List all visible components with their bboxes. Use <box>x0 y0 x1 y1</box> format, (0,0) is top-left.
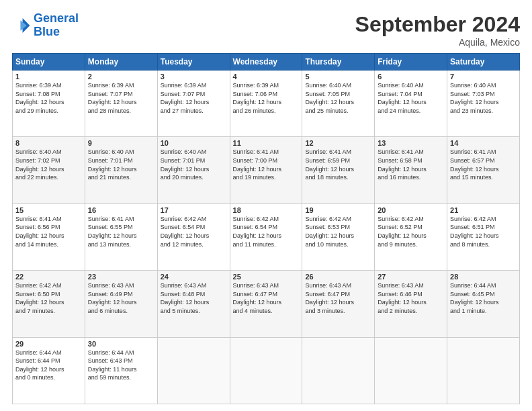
day-cell: 27Sunrise: 6:43 AMSunset: 6:46 PMDayligh… <box>375 271 447 337</box>
day-cell: 2Sunrise: 6:39 AMSunset: 7:07 PMDaylight… <box>85 71 157 137</box>
day-number: 25 <box>233 273 300 281</box>
day-cell: 12Sunrise: 6:41 AMSunset: 6:59 PMDayligh… <box>302 137 375 203</box>
day-cell: 9Sunrise: 6:40 AMSunset: 7:01 PMDaylight… <box>85 137 157 203</box>
day-cell: 8Sunrise: 6:40 AMSunset: 7:02 PMDaylight… <box>13 137 85 203</box>
day-cell: 14Sunrise: 6:41 AMSunset: 6:57 PMDayligh… <box>447 137 520 203</box>
day-number: 7 <box>450 73 517 81</box>
day-cell: 21Sunrise: 6:42 AMSunset: 6:51 PMDayligh… <box>447 203 520 270</box>
day-cell: 29Sunrise: 6:44 AMSunset: 6:44 PMDayligh… <box>13 337 85 404</box>
week-row-4: 29Sunrise: 6:44 AMSunset: 6:44 PMDayligh… <box>13 337 520 404</box>
day-number: 6 <box>378 73 444 81</box>
day-info: Sunrise: 6:41 AMSunset: 6:57 PMDaylight:… <box>450 148 517 181</box>
day-cell: 7Sunrise: 6:40 AMSunset: 7:03 PMDaylight… <box>447 71 520 137</box>
day-cell: 24Sunrise: 6:43 AMSunset: 6:48 PMDayligh… <box>157 271 230 337</box>
col-wednesday: Wednesday <box>230 54 302 71</box>
day-cell: 1Sunrise: 6:39 AMSunset: 7:08 PMDaylight… <box>13 71 85 137</box>
day-info: Sunrise: 6:44 AMSunset: 6:44 PMDaylight:… <box>15 349 82 382</box>
col-tuesday: Tuesday <box>157 54 230 71</box>
col-saturday: Saturday <box>447 54 520 71</box>
day-number: 22 <box>15 273 82 281</box>
day-info: Sunrise: 6:39 AMSunset: 7:07 PMDaylight:… <box>88 81 154 115</box>
day-info: Sunrise: 6:40 AMSunset: 7:02 PMDaylight:… <box>15 148 82 181</box>
day-info: Sunrise: 6:42 AMSunset: 6:50 PMDaylight:… <box>15 281 82 315</box>
day-info: Sunrise: 6:40 AMSunset: 7:03 PMDaylight:… <box>450 81 517 115</box>
day-number: 9 <box>88 139 154 147</box>
day-info: Sunrise: 6:40 AMSunset: 7:01 PMDaylight:… <box>161 148 227 181</box>
day-number: 2 <box>88 73 154 81</box>
week-row-2: 15Sunrise: 6:41 AMSunset: 6:56 PMDayligh… <box>13 203 520 270</box>
day-info: Sunrise: 6:39 AMSunset: 7:06 PMDaylight:… <box>233 81 300 115</box>
header-row: Sunday Monday Tuesday Wednesday Thursday… <box>13 54 520 71</box>
day-cell: 13Sunrise: 6:41 AMSunset: 6:58 PMDayligh… <box>375 137 447 203</box>
day-number: 15 <box>15 206 82 214</box>
day-info: Sunrise: 6:42 AMSunset: 6:54 PMDaylight:… <box>161 215 227 248</box>
day-info: Sunrise: 6:41 AMSunset: 6:56 PMDaylight:… <box>15 215 82 248</box>
day-cell: 10Sunrise: 6:40 AMSunset: 7:01 PMDayligh… <box>157 137 230 203</box>
day-number: 24 <box>161 273 227 281</box>
day-number: 21 <box>450 206 517 214</box>
day-cell: 18Sunrise: 6:42 AMSunset: 6:54 PMDayligh… <box>230 203 302 270</box>
day-cell: 26Sunrise: 6:43 AMSunset: 6:47 PMDayligh… <box>302 271 375 337</box>
day-info: Sunrise: 6:39 AMSunset: 7:07 PMDaylight:… <box>161 81 227 115</box>
logo-text: General Blue <box>34 12 79 39</box>
day-info: Sunrise: 6:39 AMSunset: 7:08 PMDaylight:… <box>15 81 82 115</box>
day-number: 12 <box>305 139 371 147</box>
day-number: 17 <box>161 206 227 214</box>
day-cell <box>230 337 302 404</box>
day-cell: 3Sunrise: 6:39 AMSunset: 7:07 PMDaylight… <box>157 71 230 137</box>
day-cell: 16Sunrise: 6:41 AMSunset: 6:55 PMDayligh… <box>85 203 157 270</box>
day-cell <box>447 337 520 404</box>
day-cell <box>375 337 447 404</box>
day-cell: 20Sunrise: 6:42 AMSunset: 6:52 PMDayligh… <box>375 203 447 270</box>
calendar-table: Sunday Monday Tuesday Wednesday Thursday… <box>12 53 520 404</box>
day-info: Sunrise: 6:43 AMSunset: 6:47 PMDaylight:… <box>233 281 300 315</box>
day-info: Sunrise: 6:40 AMSunset: 7:04 PMDaylight:… <box>378 81 444 115</box>
month-title: September 2024 <box>355 12 520 37</box>
title-block: September 2024 Aquila, Mexico <box>355 12 520 48</box>
day-info: Sunrise: 6:41 AMSunset: 6:59 PMDaylight:… <box>305 148 371 181</box>
day-info: Sunrise: 6:43 AMSunset: 6:49 PMDaylight:… <box>88 281 154 315</box>
day-number: 3 <box>161 73 227 81</box>
day-number: 4 <box>233 73 300 81</box>
day-number: 5 <box>305 73 371 81</box>
day-cell <box>302 337 375 404</box>
day-cell: 5Sunrise: 6:40 AMSunset: 7:05 PMDaylight… <box>302 71 375 137</box>
col-sunday: Sunday <box>13 54 85 71</box>
week-row-3: 22Sunrise: 6:42 AMSunset: 6:50 PMDayligh… <box>13 271 520 337</box>
day-number: 29 <box>15 340 82 348</box>
day-cell: 22Sunrise: 6:42 AMSunset: 6:50 PMDayligh… <box>13 271 85 337</box>
day-number: 28 <box>450 273 517 281</box>
week-row-0: 1Sunrise: 6:39 AMSunset: 7:08 PMDaylight… <box>13 71 520 137</box>
week-row-1: 8Sunrise: 6:40 AMSunset: 7:02 PMDaylight… <box>13 137 520 203</box>
day-cell: 4Sunrise: 6:39 AMSunset: 7:06 PMDaylight… <box>230 71 302 137</box>
day-info: Sunrise: 6:40 AMSunset: 7:01 PMDaylight:… <box>88 148 154 181</box>
day-number: 27 <box>378 273 444 281</box>
day-number: 13 <box>378 139 444 147</box>
day-number: 18 <box>233 206 300 214</box>
logo-icon <box>12 16 31 35</box>
day-cell: 25Sunrise: 6:43 AMSunset: 6:47 PMDayligh… <box>230 271 302 337</box>
day-number: 8 <box>15 139 82 147</box>
day-cell: 19Sunrise: 6:42 AMSunset: 6:53 PMDayligh… <box>302 203 375 270</box>
day-number: 10 <box>161 139 227 147</box>
logo: General Blue <box>12 12 79 39</box>
day-number: 14 <box>450 139 517 147</box>
day-cell: 17Sunrise: 6:42 AMSunset: 6:54 PMDayligh… <box>157 203 230 270</box>
day-number: 20 <box>378 206 444 214</box>
day-number: 16 <box>88 206 154 214</box>
day-info: Sunrise: 6:40 AMSunset: 7:05 PMDaylight:… <box>305 81 371 115</box>
day-cell: 23Sunrise: 6:43 AMSunset: 6:49 PMDayligh… <box>85 271 157 337</box>
day-number: 1 <box>15 73 82 81</box>
day-info: Sunrise: 6:42 AMSunset: 6:54 PMDaylight:… <box>233 215 300 248</box>
day-info: Sunrise: 6:44 AMSunset: 6:45 PMDaylight:… <box>450 281 517 315</box>
day-info: Sunrise: 6:43 AMSunset: 6:48 PMDaylight:… <box>161 281 227 315</box>
day-cell <box>157 337 230 404</box>
day-info: Sunrise: 6:42 AMSunset: 6:53 PMDaylight:… <box>305 215 371 248</box>
day-cell: 15Sunrise: 6:41 AMSunset: 6:56 PMDayligh… <box>13 203 85 270</box>
day-number: 30 <box>88 340 154 348</box>
day-cell: 30Sunrise: 6:44 AMSunset: 6:43 PMDayligh… <box>85 337 157 404</box>
day-number: 23 <box>88 273 154 281</box>
col-monday: Monday <box>85 54 157 71</box>
day-info: Sunrise: 6:44 AMSunset: 6:43 PMDaylight:… <box>88 349 154 382</box>
day-info: Sunrise: 6:43 AMSunset: 6:46 PMDaylight:… <box>378 281 444 315</box>
